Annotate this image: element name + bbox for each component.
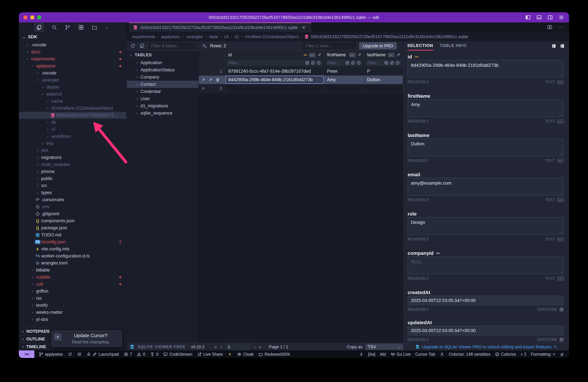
tree-item-types[interactable]: ›types <box>19 189 126 196</box>
tree-item-migrations[interactable]: ›migrations <box>19 154 126 161</box>
tree-item-griffon[interactable]: ›griffon <box>19 288 126 295</box>
tree-item-todo-md[interactable]: TODO.md <box>19 231 126 238</box>
pin-column-icon[interactable] <box>396 53 400 57</box>
field-value-box[interactable]: amy@example.com <box>408 178 564 196</box>
statusbar-colorize-count[interactable]: Colorize: 148 variables <box>449 352 490 357</box>
duplicate-icon[interactable] <box>140 43 144 48</box>
tree-item-state-v3[interactable]: ›state/v3 <box>19 91 126 98</box>
prev-page-icon[interactable]: ‹ <box>220 344 222 349</box>
breadcrumb-item-applywize[interactable]: applywize <box>161 34 180 39</box>
column-filter-id[interactable]: Filter... <box>225 59 324 67</box>
equals-filter-icon[interactable] <box>384 61 388 65</box>
statusbar-account[interactable] <box>440 352 444 357</box>
tree-item-dist[interactable]: ›dist <box>19 147 126 154</box>
table-item-contact[interactable]: ›Contact <box>127 81 198 88</box>
statusbar-ports[interactable]: 0 <box>150 352 158 357</box>
tree-item-prisma[interactable]: ›prisma <box>19 168 126 175</box>
cell-id-row1[interactable]: 87991240-5ccc-4fa7-914e-39b287107ded <box>225 67 324 76</box>
notification-body[interactable]: Read the changelog. <box>52 338 122 344</box>
table-item-application[interactable]: ›Application <box>127 59 198 66</box>
explorer-view-button[interactable] <box>35 23 44 32</box>
cell-firstname-row2[interactable]: Amy <box>324 76 364 84</box>
folder-view-icon[interactable] <box>92 24 97 30</box>
statusbar-git-branch-status[interactable]: applywise <box>39 352 63 357</box>
tree-item-package-json[interactable]: {}package.json <box>19 225 126 231</box>
cell-lastname-row1[interactable]: P <box>364 67 403 76</box>
tree-item-tmp[interactable]: ›tmp <box>19 140 126 147</box>
breadcrumb-item-experiments[interactable]: experiments <box>132 34 155 39</box>
toggle-sidebar-icon[interactable] <box>525 15 531 20</box>
explorer-section-header[interactable]: ⌄ SDK <box>19 32 126 41</box>
toggle-secondary-sidebar-icon[interactable] <box>547 15 553 20</box>
tree-item-rsc[interactable]: ›rsc <box>19 295 126 302</box>
field-value-box[interactable]: 8d42905a-299b-464e-849b-2181d5dd273b <box>408 60 564 78</box>
table-item-credential[interactable]: ›Credential <box>127 88 198 95</box>
tree-item-wrangler-toml[interactable]: wrangler.toml <box>19 260 126 267</box>
statusbar-problems-warnings[interactable]: 0 <box>137 352 145 357</box>
tree-item-worker-configuration-d-ts[interactable]: TSworker-configuration.d.ts <box>19 252 126 260</box>
close-tab-icon[interactable] <box>301 25 306 30</box>
strict-filter-icon[interactable] <box>396 61 400 65</box>
tree-item-cache[interactable]: ›cache <box>19 98 126 105</box>
tree-item-components-json[interactable]: {}components.json <box>19 217 126 225</box>
statusbar-launchpad[interactable]: Launchpad <box>86 352 119 357</box>
tree-item-vscode[interactable]: ›.vscode <box>19 41 126 48</box>
upgrade-to-pro-button[interactable]: Upgrade to PRO <box>359 42 397 49</box>
equals-filter-icon[interactable] <box>345 61 349 65</box>
strict-filter-icon[interactable] <box>357 61 361 65</box>
statusbar-live-share[interactable]: Live Share <box>197 352 223 357</box>
tree-item-vite-config-mts[interactable]: vite.config.mts <box>19 246 126 252</box>
row-gutter-2[interactable] <box>199 76 225 84</box>
breadcrumb-item-wrangler[interactable]: .wrangler <box>186 34 203 39</box>
statusbar-codestream[interactable]: CodeStream <box>163 352 192 357</box>
breadcrumb-item-state[interactable]: state <box>209 34 218 39</box>
filter-tables-input[interactable]: Filter 8 tables... <box>149 43 196 49</box>
tree-item-gitignore[interactable]: .gitignore <box>19 210 126 217</box>
field-value-box[interactable]: NULL <box>408 256 564 274</box>
tree-item-do[interactable]: ›do <box>19 119 126 126</box>
tree-item-vscode[interactable]: ›.vscode <box>19 69 126 77</box>
tables-section-header[interactable]: ⌄ TABLES <box>127 51 198 59</box>
tree-item-billable[interactable]: ›billable <box>19 267 126 274</box>
search-icon[interactable] <box>51 24 57 30</box>
column-filter-input[interactable]: Filter... <box>326 60 362 66</box>
column-header-lastname[interactable]: lastNameabc <box>364 51 403 59</box>
tree-item-workflows[interactable]: ›workflows <box>19 133 126 140</box>
upgrade-pro-link[interactable]: Upgrade to SQLite Viewer PRO to unlock e… <box>403 343 569 350</box>
tree-item-env[interactable]: .env <box>19 203 126 210</box>
statusbar-go-live[interactable]: Go Live <box>391 352 411 357</box>
tree-item-node-modules[interactable]: ›node_modules <box>19 161 126 168</box>
pin-column-icon[interactable] <box>317 53 321 57</box>
column-filter-lastname[interactable]: Filter... <box>364 59 403 67</box>
pin-row-icon[interactable] <box>208 78 213 82</box>
chevron-down-icon[interactable]: ⌄ <box>105 25 108 29</box>
statusbar-word-indicator[interactable]: Ab| <box>380 352 386 357</box>
more-actions-icon[interactable] <box>558 24 564 30</box>
cell-id-row2[interactable]: 8d42905a-299b-464e-849b-2181d5dd273b <box>225 76 324 84</box>
tree-item-r2[interactable]: ›r2 <box>19 126 126 133</box>
tree-item-src[interactable]: ›src <box>19 182 126 189</box>
column-filter-firstname[interactable]: Filter... <box>324 59 364 67</box>
column-filter-input[interactable]: Filter... <box>227 60 322 66</box>
column-header-id[interactable]: idabc <box>225 51 324 59</box>
statusbar-notifications-bell[interactable] <box>560 352 564 357</box>
table-item-user[interactable]: ›User <box>127 95 198 102</box>
settings-gear-icon[interactable] <box>559 15 564 20</box>
filter-rows-input[interactable]: Filter 2 rows... <box>303 42 356 49</box>
table-item-sqlite-sequence[interactable]: ›sqlite_sequence <box>127 110 198 117</box>
panel-layout-icon-2[interactable] <box>560 44 565 48</box>
column-header-firstname[interactable]: firstNameabc <box>324 51 364 59</box>
pin-column-icon[interactable] <box>357 53 361 57</box>
tab-selection[interactable]: SELECTION <box>407 41 433 51</box>
tree-item-cutable[interactable]: ›cutable <box>19 274 126 281</box>
refresh-tables-icon[interactable] <box>130 43 135 48</box>
next-page-icon[interactable]: › <box>254 344 255 349</box>
add-row-plus-icon[interactable] <box>201 86 206 90</box>
toggle-panel-icon[interactable] <box>536 15 542 20</box>
split-editor-icon[interactable] <box>547 24 552 30</box>
tree-item-005cb3d3133217f352562272[interactable]: 005cb3d3133217f352562272... <box>19 112 126 119</box>
breadcrumb-item-v3[interactable]: v3 <box>224 34 229 39</box>
tree-item-deploy[interactable]: ›deploy <box>19 84 126 91</box>
statusbar-cloak[interactable]: Cloak <box>237 352 254 357</box>
delete-row-icon[interactable] <box>215 78 220 82</box>
